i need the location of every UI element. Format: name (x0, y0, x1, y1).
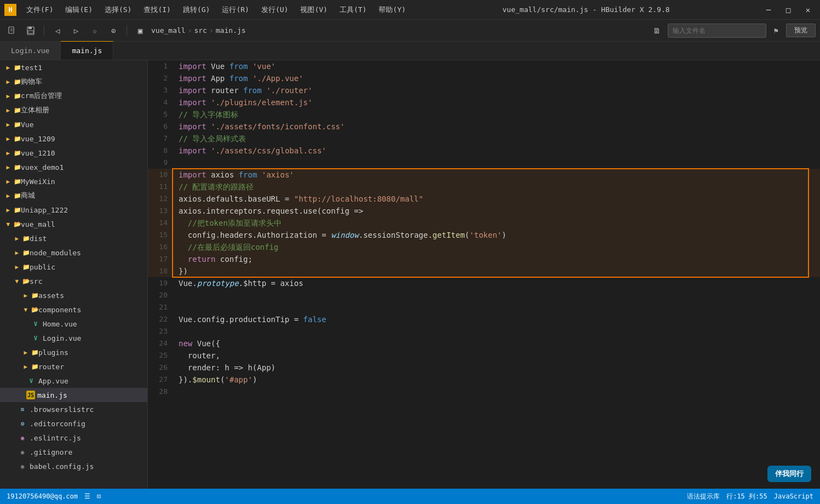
sidebar-label-uniapp: Uniapp_1222 (21, 206, 68, 214)
menu-file[interactable]: 文件(F) (21, 3, 59, 17)
folder-icon: ▶ 📁 (9, 62, 19, 72)
preview-button[interactable]: 预览 (786, 24, 816, 37)
breadcrumb-src[interactable]: src (194, 26, 207, 35)
code-line: 4import './plugins/element.js' (148, 96, 820, 108)
sidebar-item-cart[interactable]: ▶ 📁 购物车 (0, 75, 147, 89)
sidebar-item-gitignore[interactable]: ◉ .gitignore (0, 445, 147, 459)
sidebar-item-plugins[interactable]: ▶ 📁 plugins (0, 345, 147, 359)
sidebar-item-dist[interactable]: ▶ 📁 dist (0, 231, 147, 245)
sidebar-item-uniapp[interactable]: ▶ 📁 Uniapp_1222 (0, 203, 147, 217)
line-number: 13 (148, 205, 174, 217)
folder-icon: ▶ 📁 (18, 262, 27, 272)
line-code (174, 325, 820, 337)
sidebar-item-vuemall[interactable]: ▼ 📂 vue_mall (0, 217, 147, 231)
tab-main-js[interactable]: main.js (61, 41, 113, 60)
sidebar-item-crm[interactable]: ▶ 📁 crm后台管理 (0, 89, 147, 103)
tab-login-vue[interactable]: Login.vue (0, 41, 61, 60)
sidebar-item-login-vue[interactable]: V Login.vue (0, 331, 147, 345)
sidebar-item-browserslistrc[interactable]: ≡ .browserslistrc (0, 402, 147, 416)
sidebar-item-assets[interactable]: ▶ 📁 assets (0, 288, 147, 302)
code-line: 18}) (148, 265, 820, 277)
line-code: import router from './router' (174, 84, 820, 96)
watermark: 伴我同行 (767, 466, 811, 482)
sidebar-item-vuex[interactable]: ▶ 📁 vuex_demo1 (0, 160, 147, 174)
line-code: render: h => h(App) (174, 362, 820, 374)
line-number: 22 (148, 313, 174, 325)
code-line: 14 //把token添加至请求头中 (148, 217, 820, 229)
sidebar-item-vue1210[interactable]: ▶ 📁 vue_1210 (0, 146, 147, 160)
menu-select[interactable]: 选择(S) (99, 3, 137, 17)
sidebar-item-vue1209[interactable]: ▶ 📁 vue_1209 (0, 131, 147, 146)
menu-jump[interactable]: 跳转(G) (177, 3, 215, 17)
file-icon-btn[interactable]: 🗎 (649, 23, 664, 38)
menu-view[interactable]: 视图(V) (295, 3, 332, 17)
tabs-bar: Login.vue main.js (0, 42, 820, 60)
line-code (174, 386, 820, 398)
sidebar-item-src[interactable]: ▼ 📂 src (0, 274, 147, 288)
history-icon[interactable]: ⊙ (106, 23, 121, 38)
menu-run[interactable]: 运行(R) (216, 3, 254, 17)
sidebar-item-router[interactable]: ▶ 📁 router (0, 359, 147, 374)
sidebar-item-weixin[interactable]: ▶ 📁 MyWeiXin (0, 174, 147, 188)
sidebar-item-node-modules[interactable]: ▶ 📁 node_modules (0, 245, 147, 260)
sidebar-label-editorconfig: .editorconfig (30, 420, 85, 428)
minimize-button[interactable]: ─ (761, 2, 776, 18)
menu-find[interactable]: 查找(I) (138, 3, 176, 17)
sidebar-item-public[interactable]: ▶ 📁 public (0, 260, 147, 274)
window-title: vue_mall/src/main.js - HBuilder X 2.9.8 (502, 5, 669, 14)
menu-edit[interactable]: 编辑(E) (60, 3, 98, 17)
line-number: 14 (148, 217, 174, 229)
line-number: 26 (148, 362, 174, 374)
code-line: 22Vue.config.productionTip = false (148, 313, 820, 325)
sidebar-label-babel: babel.config.js (30, 462, 94, 471)
sidebar-item-home-vue[interactable]: V Home.vue (0, 317, 147, 331)
line-number: 12 (148, 193, 174, 205)
sidebar-label-cart: 购物车 (21, 77, 42, 87)
code-table: 1import Vue from 'vue'2import App from '… (148, 60, 820, 398)
close-button[interactable]: ✕ (800, 2, 816, 18)
folder-icon: ▶ 📁 (18, 233, 27, 243)
line-number: 15 (148, 229, 174, 241)
maximize-button[interactable]: □ (781, 2, 796, 18)
back-icon[interactable]: ◁ (50, 23, 65, 38)
save-icon[interactable] (23, 23, 38, 38)
breadcrumb-root[interactable]: vue_mall (151, 26, 186, 35)
forward-icon[interactable]: ▷ (68, 23, 84, 38)
breadcrumb-file[interactable]: main.js (216, 26, 246, 35)
line-code: Vue.config.productionTip = false (174, 313, 820, 325)
filter-icon[interactable]: ⚑ (770, 26, 783, 35)
folder-icon: ▶ 📁 (9, 191, 19, 201)
dot-icon: ◉ (18, 433, 27, 443)
line-number: 28 (148, 386, 174, 398)
menu-tools[interactable]: 工具(T) (334, 3, 372, 17)
app-logo: H (4, 4, 16, 16)
code-area[interactable]: 1import Vue from 'vue'2import App from '… (148, 60, 820, 489)
sidebar-label-gitignore: .gitignore (30, 448, 72, 456)
sidebar-item-test1[interactable]: ▶ 📁 test1 (0, 60, 147, 75)
sidebar-item-app-vue[interactable]: V App.vue (0, 374, 147, 388)
line-number: 6 (148, 121, 174, 133)
line-code: router, (174, 350, 820, 362)
menu-publish[interactable]: 发行(U) (256, 3, 294, 17)
svg-rect-0 (9, 27, 14, 33)
sidebar-item-main-js[interactable]: JS main.js (0, 388, 147, 402)
line-code (174, 157, 820, 169)
code-line: 5// 导入字体图标 (148, 108, 820, 121)
sidebar-item-babel[interactable]: ◉ babel.config.js (0, 459, 147, 473)
sidebar-item-components[interactable]: ▼ 📂 components (0, 302, 147, 317)
code-line: 3import router from './router' (148, 84, 820, 96)
menu-help[interactable]: 帮助(Y) (373, 3, 411, 17)
code-line: 9 (148, 157, 820, 169)
file-search-input[interactable] (668, 24, 766, 38)
new-file-icon[interactable] (4, 23, 20, 38)
sidebar-item-editorconfig[interactable]: ⚙ .editorconfig (0, 416, 147, 431)
sidebar-label-vue1209: vue_1209 (21, 135, 55, 143)
sidebar-item-vue[interactable]: ▶ 📁 Vue (0, 117, 147, 131)
sidebar-label-vue: Vue (21, 121, 33, 129)
folder-nav-icon[interactable]: ▣ (133, 23, 148, 38)
sidebar-item-eslintrc[interactable]: ◉ .eslintrc.js (0, 431, 147, 445)
code-line: 26 render: h => h(App) (148, 362, 820, 374)
sidebar-item-mall[interactable]: ▶ 📁 商城 (0, 188, 147, 203)
sidebar-item-album[interactable]: ▶ 📁 立体相册 (0, 103, 147, 117)
bookmark-icon[interactable]: ☆ (87, 23, 102, 38)
